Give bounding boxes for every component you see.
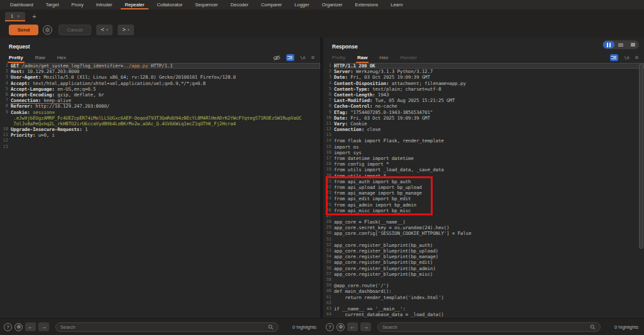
line-number: 26: [323, 208, 334, 213]
view-tab-raw[interactable]: Raw: [357, 55, 367, 63]
view-tab-hex[interactable]: Hex: [57, 55, 66, 63]
view-tab-pretty[interactable]: Pretty: [332, 55, 345, 63]
prettify-toggle-icon[interactable]: [610, 54, 618, 61]
line-number: 32: [323, 242, 334, 248]
code-line: 4Accept: text/html,application/xhtml+xml…: [0, 81, 320, 86]
code-line: 12: [0, 138, 320, 144]
eye-off-icon[interactable]: [273, 55, 280, 61]
response-search-field: [377, 322, 601, 332]
code-line: 26from api_misc import bp_misc: [323, 208, 644, 213]
code-line: 40def main_dashboard():: [323, 288, 644, 294]
scrollbar-thumb[interactable]: [639, 64, 643, 249]
prettify-toggle-icon[interactable]: [286, 54, 294, 61]
request-view-tabs: PrettyRawHex: [9, 55, 78, 63]
repeater-toolbar: Send Cancel < ▾ > ▾: [0, 21, 644, 38]
response-code: 1HTTP/1.1 200 OK2Server: Werkzeug/3.1.3 …: [323, 63, 644, 317]
view-tab-render[interactable]: Render: [401, 55, 417, 63]
line-number: 7: [0, 98, 11, 103]
back-button[interactable]: < ▾: [96, 25, 113, 35]
response-search-bar: ? ← →: [322, 319, 644, 335]
line-number: 12: [0, 138, 11, 144]
gear-icon: [45, 27, 50, 33]
main-tab-logger[interactable]: Logger: [288, 0, 315, 9]
help-icon[interactable]: ?: [326, 323, 334, 331]
close-icon[interactable]: ×: [17, 14, 19, 18]
view-tab-raw[interactable]: Raw: [35, 55, 45, 63]
code-line: .eJw9jbEOgzAMRP_Fc4UEZcpER74iMolLLSUGxc6…: [0, 115, 320, 121]
line-number: 3: [323, 74, 334, 80]
prev-match-button[interactable]: ←: [347, 322, 358, 331]
code-line: 34app_core.register_blueprint(bp_manage): [323, 254, 644, 259]
menu-icon[interactable]: ≡: [311, 55, 314, 60]
code-line: 10Upgrade-Insecure-Requests: 1: [0, 127, 320, 132]
request-code: 1GET /admin/get_system_log?log_identifie…: [0, 63, 320, 150]
code-line: 10Date: Fri, 03 Oct 2025 19:09:39 GMT: [323, 115, 644, 121]
repeater-session-tab-1[interactable]: 1 ×: [5, 12, 25, 21]
code-line: 27: [323, 213, 644, 219]
request-editor[interactable]: 1GET /admin/get_system_log?log_identifie…: [0, 63, 320, 318]
main-tab-sequencer[interactable]: Sequencer: [189, 0, 224, 9]
send-settings-gear-icon[interactable]: [43, 25, 52, 35]
main-tab-repeater[interactable]: Repeater: [119, 0, 151, 9]
line-number: 6: [323, 92, 334, 98]
line-number: 30: [323, 230, 334, 236]
line-number: 16: [323, 150, 334, 156]
line-number: 17: [323, 156, 334, 161]
line-number: 8: [0, 103, 11, 109]
response-editor[interactable]: 1HTTP/1.1 200 OK2Server: Werkzeug/3.1.3 …: [323, 63, 644, 318]
chevron-right-icon: >: [123, 26, 126, 33]
view-tab-hex[interactable]: Hex: [379, 55, 388, 63]
line-number: 19: [323, 167, 334, 173]
line-number: 31: [323, 237, 334, 242]
response-panel: Response PrettyRawHexRender \n ≡ 1HTTP/1…: [323, 38, 644, 318]
code-line: 4Content-Disposition: attachment; filena…: [323, 81, 644, 86]
arrow-right-icon: →: [363, 324, 369, 330]
next-match-button[interactable]: →: [38, 322, 49, 331]
main-tab-comparer[interactable]: Comparer: [255, 0, 288, 9]
code-line: 32app_core.register_blueprint(bp_auth): [323, 242, 644, 248]
line-number: 5: [323, 86, 334, 92]
search-input[interactable]: [60, 324, 268, 330]
cancel-button[interactable]: Cancel: [58, 25, 91, 35]
code-line: 29app_core.secret_key = os.urandom(24).h…: [323, 225, 644, 230]
line-number: 38: [323, 277, 334, 283]
main-tab-target[interactable]: Target: [40, 0, 65, 9]
prev-match-button[interactable]: ←: [25, 322, 36, 331]
main-tab-organizer[interactable]: Organizer: [316, 0, 349, 9]
response-panel-title: Response: [332, 43, 358, 50]
add-tab-button[interactable]: +: [30, 13, 38, 21]
arrow-right-icon: →: [41, 324, 47, 330]
next-match-button[interactable]: →: [360, 322, 371, 331]
main-tab-intruder[interactable]: Intruder: [90, 0, 119, 9]
send-button[interactable]: Send: [9, 25, 38, 35]
main-tab-dashboard[interactable]: Dashboard: [4, 0, 40, 9]
view-tab-pretty[interactable]: Pretty: [9, 55, 23, 63]
code-line: 17from datetime import datetime: [323, 156, 644, 161]
line-number: 10: [0, 127, 11, 132]
code-line: 35app_core.register_blueprint(bp_edit): [323, 259, 644, 265]
gear-icon: [338, 324, 343, 329]
main-tab-collaborator[interactable]: Collaborator: [150, 0, 189, 9]
line-number: 39: [323, 283, 334, 288]
main-tab-proxy[interactable]: Proxy: [65, 0, 90, 9]
main-tab-extensions[interactable]: Extensions: [349, 0, 385, 9]
main-tab-decoder[interactable]: Decoder: [225, 0, 255, 9]
request-response-split: Request PrettyRawHex \n ≡ 1GET /admin/ge…: [0, 38, 644, 318]
response-scrollbar: [639, 63, 643, 318]
line-number: 29: [323, 225, 334, 230]
line-number: 24: [323, 196, 334, 202]
search-settings-gear-icon[interactable]: [14, 323, 23, 331]
search-input[interactable]: [382, 324, 590, 330]
main-tab-learn[interactable]: Learn: [384, 0, 409, 9]
line-number: 12: [323, 127, 334, 132]
menu-icon[interactable]: ≡: [635, 55, 638, 60]
line-number: 3: [0, 74, 11, 80]
search-settings-gear-icon[interactable]: [336, 323, 345, 331]
newline-toggle-icon[interactable]: \n: [300, 55, 305, 60]
response-view-tabs: PrettyRawHexRender: [332, 55, 429, 63]
newline-toggle-icon[interactable]: \n: [624, 55, 629, 60]
line-number: 20: [323, 173, 334, 179]
help-icon[interactable]: ?: [4, 323, 12, 331]
forward-button[interactable]: > ▾: [118, 25, 134, 35]
line-number: 18: [323, 161, 334, 167]
